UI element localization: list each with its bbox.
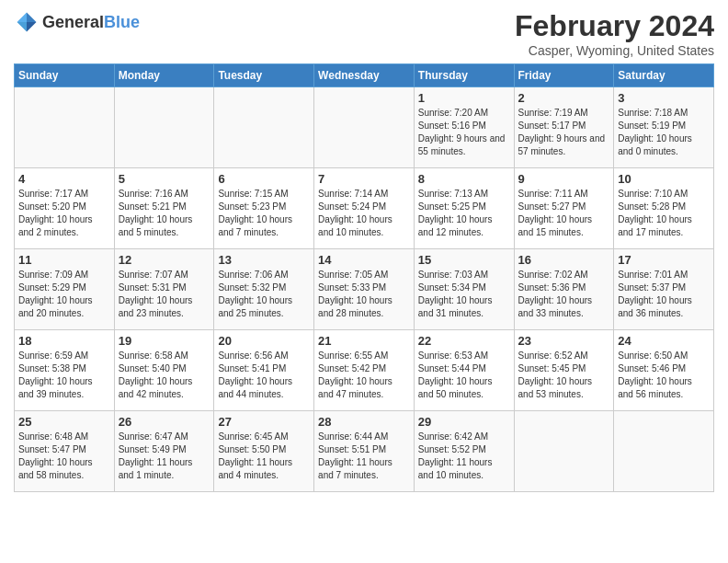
day-detail: Sunrise: 6:45 AM Sunset: 5:50 PM Dayligh… bbox=[218, 431, 310, 482]
day-number: 11 bbox=[18, 253, 110, 267]
day-cell: 16Sunrise: 7:02 AM Sunset: 5:36 PM Dayli… bbox=[514, 249, 614, 330]
day-cell: 21Sunrise: 6:55 AM Sunset: 5:42 PM Dayli… bbox=[314, 330, 415, 411]
day-detail: Sunrise: 7:19 AM Sunset: 5:17 PM Dayligh… bbox=[518, 107, 610, 158]
day-number: 3 bbox=[618, 91, 710, 105]
day-number: 20 bbox=[218, 334, 310, 348]
day-detail: Sunrise: 6:48 AM Sunset: 5:47 PM Dayligh… bbox=[18, 431, 110, 482]
day-number: 15 bbox=[418, 253, 510, 267]
day-number: 10 bbox=[618, 172, 710, 186]
day-cell bbox=[114, 87, 214, 168]
day-cell: 1Sunrise: 7:20 AM Sunset: 5:16 PM Daylig… bbox=[414, 87, 514, 168]
day-detail: Sunrise: 7:06 AM Sunset: 5:32 PM Dayligh… bbox=[218, 269, 310, 320]
day-cell bbox=[614, 411, 714, 492]
day-number: 29 bbox=[418, 415, 510, 429]
day-detail: Sunrise: 7:17 AM Sunset: 5:20 PM Dayligh… bbox=[18, 188, 110, 239]
day-detail: Sunrise: 7:11 AM Sunset: 5:27 PM Dayligh… bbox=[518, 188, 610, 239]
svg-marker-1 bbox=[17, 13, 28, 23]
day-detail: Sunrise: 7:03 AM Sunset: 5:34 PM Dayligh… bbox=[418, 269, 510, 320]
day-number: 25 bbox=[18, 415, 110, 429]
day-cell: 14Sunrise: 7:05 AM Sunset: 5:33 PM Dayli… bbox=[314, 249, 415, 330]
day-number: 4 bbox=[18, 172, 110, 186]
svg-marker-2 bbox=[27, 22, 37, 32]
day-cell bbox=[15, 87, 115, 168]
day-cell: 15Sunrise: 7:03 AM Sunset: 5:34 PM Dayli… bbox=[414, 249, 514, 330]
day-cell: 11Sunrise: 7:09 AM Sunset: 5:29 PM Dayli… bbox=[15, 249, 115, 330]
svg-marker-3 bbox=[17, 22, 28, 32]
day-cell: 25Sunrise: 6:48 AM Sunset: 5:47 PM Dayli… bbox=[15, 411, 115, 492]
day-detail: Sunrise: 6:42 AM Sunset: 5:52 PM Dayligh… bbox=[418, 431, 510, 482]
day-detail: Sunrise: 6:58 AM Sunset: 5:40 PM Dayligh… bbox=[119, 350, 210, 401]
weekday-header-sunday: Sunday bbox=[15, 64, 115, 87]
calendar-header: SundayMondayTuesdayWednesdayThursdayFrid… bbox=[15, 64, 714, 87]
sub-title: Casper, Wyoming, United States bbox=[515, 43, 714, 58]
title-area: February 2024 Casper, Wyoming, United St… bbox=[515, 9, 714, 58]
day-cell: 9Sunrise: 7:11 AM Sunset: 5:27 PM Daylig… bbox=[514, 168, 614, 249]
day-detail: Sunrise: 7:07 AM Sunset: 5:31 PM Dayligh… bbox=[119, 269, 210, 320]
day-cell: 5Sunrise: 7:16 AM Sunset: 5:21 PM Daylig… bbox=[114, 168, 214, 249]
main-container: GeneralBlue February 2024 Casper, Wyomin… bbox=[0, 0, 728, 497]
day-detail: Sunrise: 6:59 AM Sunset: 5:38 PM Dayligh… bbox=[18, 350, 110, 401]
day-number: 6 bbox=[218, 172, 310, 186]
day-cell: 6Sunrise: 7:15 AM Sunset: 5:23 PM Daylig… bbox=[214, 168, 314, 249]
day-cell: 12Sunrise: 7:07 AM Sunset: 5:31 PM Dayli… bbox=[114, 249, 214, 330]
day-cell: 28Sunrise: 6:44 AM Sunset: 5:51 PM Dayli… bbox=[314, 411, 415, 492]
day-number: 17 bbox=[618, 253, 710, 267]
day-number: 18 bbox=[18, 334, 110, 348]
day-cell bbox=[214, 87, 314, 168]
day-detail: Sunrise: 6:47 AM Sunset: 5:49 PM Dayligh… bbox=[119, 431, 210, 482]
day-detail: Sunrise: 7:01 AM Sunset: 5:37 PM Dayligh… bbox=[618, 269, 710, 320]
day-number: 12 bbox=[119, 253, 210, 267]
day-detail: Sunrise: 6:44 AM Sunset: 5:51 PM Dayligh… bbox=[318, 431, 410, 482]
day-number: 24 bbox=[618, 334, 710, 348]
day-cell: 18Sunrise: 6:59 AM Sunset: 5:38 PM Dayli… bbox=[15, 330, 115, 411]
day-number: 13 bbox=[218, 253, 310, 267]
weekday-header-monday: Monday bbox=[114, 64, 214, 87]
week-row-1: 1Sunrise: 7:20 AM Sunset: 5:16 PM Daylig… bbox=[15, 87, 714, 168]
day-cell: 22Sunrise: 6:53 AM Sunset: 5:44 PM Dayli… bbox=[414, 330, 514, 411]
day-cell: 3Sunrise: 7:18 AM Sunset: 5:19 PM Daylig… bbox=[614, 87, 714, 168]
day-detail: Sunrise: 7:02 AM Sunset: 5:36 PM Dayligh… bbox=[518, 269, 610, 320]
week-row-5: 25Sunrise: 6:48 AM Sunset: 5:47 PM Dayli… bbox=[15, 411, 714, 492]
calendar-body: 1Sunrise: 7:20 AM Sunset: 5:16 PM Daylig… bbox=[15, 87, 714, 492]
day-number: 2 bbox=[518, 91, 610, 105]
weekday-header-saturday: Saturday bbox=[614, 64, 714, 87]
day-number: 26 bbox=[119, 415, 210, 429]
day-detail: Sunrise: 7:20 AM Sunset: 5:16 PM Dayligh… bbox=[418, 107, 510, 158]
svg-marker-0 bbox=[27, 13, 37, 23]
main-title: February 2024 bbox=[515, 9, 714, 43]
day-cell bbox=[314, 87, 415, 168]
calendar-table: SundayMondayTuesdayWednesdayThursdayFrid… bbox=[14, 63, 714, 492]
day-cell: 10Sunrise: 7:10 AM Sunset: 5:28 PM Dayli… bbox=[614, 168, 714, 249]
day-number: 21 bbox=[318, 334, 410, 348]
day-cell: 8Sunrise: 7:13 AM Sunset: 5:25 PM Daylig… bbox=[414, 168, 514, 249]
day-cell: 26Sunrise: 6:47 AM Sunset: 5:49 PM Dayli… bbox=[114, 411, 214, 492]
day-number: 9 bbox=[518, 172, 610, 186]
logo-general: General bbox=[42, 13, 104, 31]
day-detail: Sunrise: 7:05 AM Sunset: 5:33 PM Dayligh… bbox=[318, 269, 410, 320]
day-cell: 2Sunrise: 7:19 AM Sunset: 5:17 PM Daylig… bbox=[514, 87, 614, 168]
day-detail: Sunrise: 7:13 AM Sunset: 5:25 PM Dayligh… bbox=[418, 188, 510, 239]
weekday-header-row: SundayMondayTuesdayWednesdayThursdayFrid… bbox=[15, 64, 714, 87]
day-number: 1 bbox=[418, 91, 510, 105]
day-number: 27 bbox=[218, 415, 310, 429]
day-cell: 19Sunrise: 6:58 AM Sunset: 5:40 PM Dayli… bbox=[114, 330, 214, 411]
week-row-2: 4Sunrise: 7:17 AM Sunset: 5:20 PM Daylig… bbox=[15, 168, 714, 249]
day-detail: Sunrise: 6:53 AM Sunset: 5:44 PM Dayligh… bbox=[418, 350, 510, 401]
day-detail: Sunrise: 7:09 AM Sunset: 5:29 PM Dayligh… bbox=[18, 269, 110, 320]
day-cell: 24Sunrise: 6:50 AM Sunset: 5:46 PM Dayli… bbox=[614, 330, 714, 411]
day-cell: 17Sunrise: 7:01 AM Sunset: 5:37 PM Dayli… bbox=[614, 249, 714, 330]
weekday-header-tuesday: Tuesday bbox=[214, 64, 314, 87]
day-number: 14 bbox=[318, 253, 410, 267]
day-detail: Sunrise: 7:14 AM Sunset: 5:24 PM Dayligh… bbox=[318, 188, 410, 239]
day-number: 7 bbox=[318, 172, 410, 186]
day-cell: 4Sunrise: 7:17 AM Sunset: 5:20 PM Daylig… bbox=[15, 168, 115, 249]
day-cell: 7Sunrise: 7:14 AM Sunset: 5:24 PM Daylig… bbox=[314, 168, 415, 249]
day-number: 23 bbox=[518, 334, 610, 348]
logo-icon bbox=[14, 9, 40, 35]
day-cell: 29Sunrise: 6:42 AM Sunset: 5:52 PM Dayli… bbox=[414, 411, 514, 492]
day-cell: 20Sunrise: 6:56 AM Sunset: 5:41 PM Dayli… bbox=[214, 330, 314, 411]
day-detail: Sunrise: 6:52 AM Sunset: 5:45 PM Dayligh… bbox=[518, 350, 610, 401]
day-detail: Sunrise: 7:15 AM Sunset: 5:23 PM Dayligh… bbox=[218, 188, 310, 239]
week-row-4: 18Sunrise: 6:59 AM Sunset: 5:38 PM Dayli… bbox=[15, 330, 714, 411]
day-cell: 27Sunrise: 6:45 AM Sunset: 5:50 PM Dayli… bbox=[214, 411, 314, 492]
